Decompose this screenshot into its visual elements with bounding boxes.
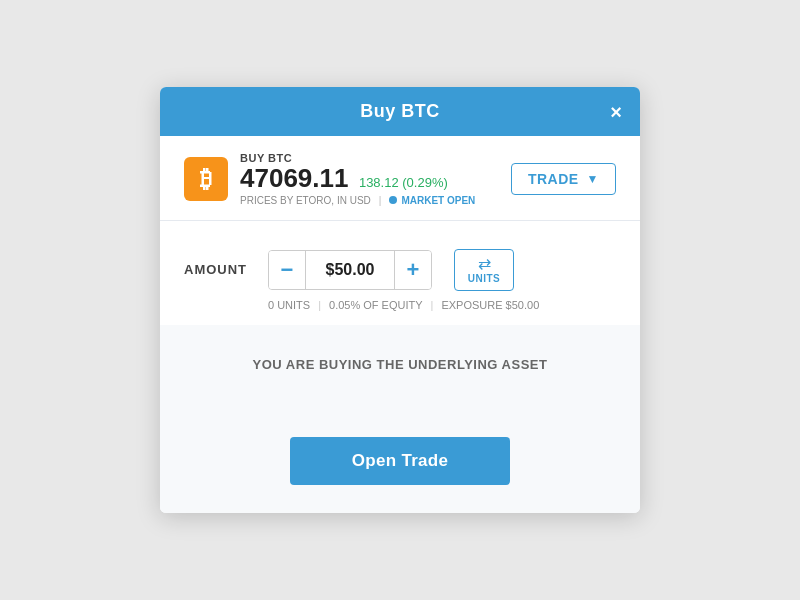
increase-button[interactable]: +	[395, 251, 431, 289]
modal-header: Buy BTC ×	[160, 87, 640, 136]
underlying-text: YOU ARE BUYING THE UNDERLYING ASSET	[253, 357, 548, 372]
units-info: 0 UNITS	[268, 299, 310, 311]
prices-by: PRICES BY ETORO, IN USD	[240, 195, 371, 206]
equity-info: 0.05% OF EQUITY	[329, 299, 423, 311]
units-label: UNITS	[468, 273, 501, 284]
close-button[interactable]: ×	[610, 102, 622, 122]
underlying-section: YOU ARE BUYING THE UNDERLYING ASSET	[160, 325, 640, 397]
amount-info: 0 UNITS | 0.05% OF EQUITY | EXPOSURE $50…	[184, 299, 616, 311]
chevron-down-icon: ▼	[587, 172, 599, 186]
amount-input[interactable]	[305, 251, 395, 289]
asset-meta: PRICES BY ETORO, IN USD | MARKET OPEN	[240, 195, 475, 206]
exposure-info: EXPOSURE $50.00	[441, 299, 539, 311]
trade-dropdown-label: TRADE	[528, 171, 579, 187]
market-open-dot	[389, 196, 397, 204]
amount-label: AMOUNT	[184, 262, 254, 277]
btc-icon: ₿	[184, 157, 228, 201]
asset-change: 138.12 (0.29%)	[359, 175, 448, 190]
open-trade-button[interactable]: Open Trade	[290, 437, 510, 485]
asset-price: 47069.11	[240, 163, 348, 193]
asset-section: ₿ BUY BTC 47069.11 138.12 (0.29%) PRICES…	[160, 136, 640, 221]
price-row: 47069.11 138.12 (0.29%)	[240, 164, 475, 193]
switch-icon: ⇄	[478, 256, 491, 272]
minus-icon: −	[281, 259, 294, 281]
trade-dropdown-button[interactable]: TRADE ▼	[511, 163, 616, 195]
market-open-text: MARKET OPEN	[401, 195, 475, 206]
amount-row: AMOUNT − + ⇄ UNITS	[184, 249, 616, 291]
modal-title: Buy BTC	[360, 101, 440, 122]
buy-btc-modal: Buy BTC × ₿ BUY BTC 47069.11 138.12 (0.2…	[160, 87, 640, 513]
amount-controls: − +	[268, 250, 432, 290]
open-trade-section: Open Trade	[160, 397, 640, 513]
asset-details: BUY BTC 47069.11 138.12 (0.29%) PRICES B…	[240, 152, 475, 206]
units-toggle-button[interactable]: ⇄ UNITS	[454, 249, 514, 291]
amount-section: AMOUNT − + ⇄ UNITS 0 UNITS | 0.05% OF EQ…	[160, 231, 640, 325]
decrease-button[interactable]: −	[269, 251, 305, 289]
plus-icon: +	[407, 259, 420, 281]
asset-info: ₿ BUY BTC 47069.11 138.12 (0.29%) PRICES…	[184, 152, 475, 206]
btc-symbol: ₿	[200, 165, 212, 193]
